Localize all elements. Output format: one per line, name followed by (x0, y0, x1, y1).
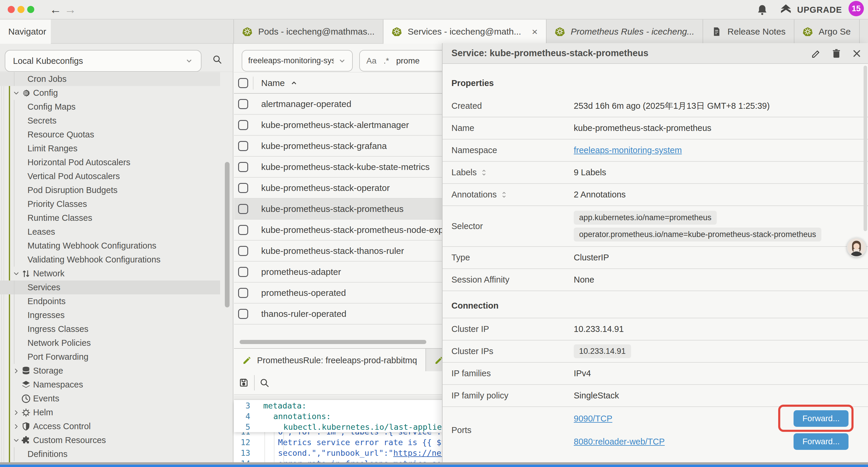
sidebar-item-mutating-webhook-configurations[interactable]: Mutating Webhook Configurations (0, 239, 220, 253)
namespace-link[interactable]: freeleaps-monitoring-system (574, 145, 682, 155)
search-icon[interactable] (259, 378, 270, 388)
forward-button[interactable]: Forward... (794, 410, 848, 427)
sidebar-scrollbar[interactable] (225, 162, 229, 308)
sidebar-item-resource-quotas[interactable]: Resource Quotas (0, 128, 220, 142)
sidebar-item-events[interactable]: Events (0, 391, 220, 406)
forward-button[interactable]: Forward... (794, 433, 848, 450)
detail-row-value: kube-prometheus-stack-prometheus (574, 123, 860, 133)
name-filter-input[interactable]: Aa .* prome (359, 50, 448, 71)
kubeconfig-select[interactable]: Local Kubeconfigs (5, 50, 202, 72)
row-checkbox[interactable] (238, 309, 248, 319)
shield-icon (21, 421, 31, 432)
port-link[interactable]: 9090/TCP (574, 414, 613, 424)
tab-services-icecheng-math[interactable]: Services - icecheng@math...× (383, 20, 547, 44)
sidebar-item-leases[interactable]: Leases (0, 225, 220, 239)
chevron-down-icon[interactable] (12, 270, 20, 278)
sidebar-item-storage[interactable]: Storage (0, 364, 220, 378)
sidebar-item-config-maps[interactable]: Config Maps (0, 100, 220, 114)
sidebar-item-label: Validating Webhook Configurations (28, 255, 160, 265)
traffic-light-zoom-button[interactable] (27, 6, 34, 13)
sidebar-item-label: Definitions (28, 449, 67, 459)
name-column-header[interactable]: Name (261, 78, 298, 88)
sort-toggle-icon[interactable] (481, 168, 487, 177)
row-checkbox[interactable] (238, 120, 248, 130)
row-checkbox[interactable] (238, 267, 248, 277)
sidebar-item-network[interactable]: Network (0, 267, 220, 281)
layers-icon (21, 380, 31, 390)
notifications-bell-icon[interactable] (756, 4, 768, 17)
upgrade-button[interactable]: UPGRADE (779, 3, 842, 17)
tab-release-notes[interactable]: Release Notes (703, 20, 795, 44)
back-arrow-button[interactable]: ← (50, 2, 61, 17)
resource-tree: Cron JobsConfigConfig MapsSecretsResourc… (0, 72, 234, 467)
sidebar-item-runtime-classes[interactable]: Runtime Classes (0, 211, 220, 225)
sidebar-item-validating-webhook-configurations[interactable]: Validating Webhook Configurations (0, 253, 220, 267)
sidebar-item-secrets[interactable]: Secrets (0, 114, 220, 128)
sidebar-item-services[interactable]: Services (0, 281, 220, 294)
regex-icon[interactable]: .* (383, 56, 389, 66)
service-name: prometheus-operated (261, 288, 346, 298)
table-horizontal-scrollbar[interactable] (240, 340, 426, 344)
row-checkbox[interactable] (238, 204, 248, 214)
sidebar-item-limit-ranges[interactable]: Limit Ranges (0, 142, 220, 155)
tab-prometheus-rules-icecheng[interactable]: Prometheus Rules - icecheng... (547, 20, 704, 44)
chevron-right-icon[interactable] (12, 409, 20, 416)
save-icon[interactable] (239, 378, 249, 388)
port-line: 9090/TCPForward... (574, 407, 860, 430)
row-checkbox[interactable] (238, 225, 248, 235)
row-checkbox[interactable] (238, 162, 248, 172)
sidebar-item-helm[interactable]: Helm (0, 406, 220, 419)
traffic-light-close-button[interactable] (8, 6, 15, 13)
edit-pencil-icon[interactable] (811, 49, 821, 59)
user-avatar[interactable] (847, 238, 866, 257)
sidebar-item-endpoints[interactable]: Endpoints (0, 294, 220, 308)
sidebar-item-ingresses[interactable]: Ingresses (0, 308, 220, 322)
row-checkbox[interactable] (238, 246, 248, 256)
tree-child-guide (14, 128, 14, 142)
tab-close-icon[interactable]: × (532, 27, 538, 37)
sidebar-item-definitions[interactable]: Definitions (0, 447, 220, 461)
sidebar-item-custom-resources[interactable]: Custom Resources (0, 433, 220, 447)
sidebar-item-cron-jobs[interactable]: Cron Jobs (0, 72, 220, 86)
tab-navigator[interactable]: Navigator (0, 20, 51, 44)
sidebar-item-label: Network Policies (28, 338, 91, 348)
tab-argo-se[interactable]: Argo Se (795, 20, 860, 44)
close-icon[interactable] (851, 48, 862, 59)
detail-panel-scrollbar[interactable] (864, 66, 867, 231)
editor-tab-prometheusrule[interactable]: PrometheusRule: freeleaps-prod-rabbitmq (234, 349, 426, 372)
sort-toggle-icon[interactable] (501, 191, 507, 199)
sidebar-item-horizontal-pod-autoscalers[interactable]: Horizontal Pod Autoscalers (0, 155, 220, 169)
chevron-right-icon[interactable] (12, 367, 20, 375)
row-checkbox[interactable] (238, 99, 248, 109)
row-checkbox[interactable] (238, 183, 248, 193)
row-checkbox[interactable] (238, 141, 248, 151)
port-link[interactable]: 8080:reloader-web/TCP (574, 437, 665, 447)
sort-ascending-icon (290, 79, 298, 87)
chevron-down-icon[interactable] (12, 89, 20, 97)
sidebar-item-ingress-classes[interactable]: Ingress Classes (0, 322, 220, 336)
select-all-checkbox[interactable] (238, 78, 248, 88)
tab-pods-icecheng-mathmas[interactable]: Pods - icecheng@mathmas... (234, 20, 383, 44)
sidebar-item-port-forwarding[interactable]: Port Forwarding (0, 350, 220, 364)
match-case-icon[interactable]: Aa (366, 56, 376, 66)
sidebar-item-priority-classes[interactable]: Priority Classes (0, 197, 220, 211)
editor-tab-partial[interactable] (426, 349, 442, 372)
notification-count-badge[interactable]: 15 (848, 1, 864, 16)
sidebar-item-pod-disruption-budgets[interactable]: Pod Disruption Budgets (0, 183, 220, 197)
chevron-down-icon[interactable] (12, 437, 20, 444)
chevron-right-icon[interactable] (12, 423, 20, 430)
forward-arrow-button[interactable]: → (64, 2, 76, 17)
detail-row-label: Name (452, 123, 474, 133)
sidebar-item-vertical-pod-autoscalers[interactable]: Vertical Pod Autoscalers (0, 169, 220, 183)
traffic-light-minimize-button[interactable] (18, 6, 25, 13)
sidebar-item-config[interactable]: Config (0, 86, 220, 100)
search-icon[interactable] (212, 54, 222, 64)
sidebar-item-network-policies[interactable]: Network Policies (0, 336, 220, 350)
delete-trash-icon[interactable] (831, 48, 841, 59)
sidebar-item-label: Config (33, 88, 58, 98)
sidebar-item-namespaces[interactable]: Namespaces (0, 378, 220, 391)
namespace-select-value: freeleaps-monitoring-system (248, 56, 334, 65)
sidebar-item-access-control[interactable]: Access Control (0, 419, 220, 433)
namespace-select[interactable]: freeleaps-monitoring-system (242, 50, 353, 71)
row-checkbox[interactable] (238, 288, 248, 298)
